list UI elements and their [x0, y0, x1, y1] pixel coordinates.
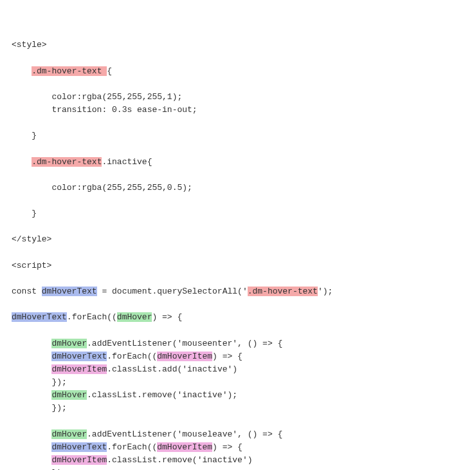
code-text: .classList.remove('inactive')	[107, 455, 252, 465]
code-text: = document.querySelectorAll('	[97, 287, 248, 296]
code-text: .addEventListener('mouseenter', () => {	[87, 339, 282, 348]
code-indent	[12, 157, 32, 167]
param-highlight: dmHover	[117, 312, 152, 322]
code-text: {	[107, 66, 112, 76]
inner-param-highlight: dmHoverItem	[157, 442, 212, 452]
code-indent	[12, 66, 32, 76]
code-text: .classList.add('inactive')	[107, 364, 237, 374]
code-text: .forEach((	[67, 312, 117, 322]
code-indent	[12, 455, 51, 465]
var-highlight: dmHoverText	[42, 287, 97, 296]
code-indent	[12, 390, 51, 400]
code-text: .inactive{	[102, 157, 152, 167]
code-indent	[12, 442, 51, 452]
code-indent	[12, 364, 51, 374]
code-text: ) => {	[212, 442, 243, 452]
code-line: <script>	[12, 261, 51, 270]
code-text: .classList.remove('inactive');	[87, 390, 237, 400]
code-text: ) => {	[212, 352, 243, 361]
code-indent	[12, 429, 51, 439]
inner-param-highlight: dmHoverItem	[51, 455, 107, 465]
code-indent	[12, 352, 51, 361]
code-indent	[12, 339, 51, 348]
param-highlight: dmHover	[51, 390, 87, 400]
code-text: .forEach((	[107, 352, 157, 361]
code-line: color:rgba(255,255,255,0.5);	[12, 183, 192, 193]
code-line: </style>	[12, 234, 51, 244]
var-highlight: dmHoverText	[12, 312, 67, 322]
param-highlight: dmHover	[51, 339, 87, 348]
code-line: });	[12, 377, 67, 387]
code-line: transition: 0.3s ease-in-out;	[12, 105, 197, 115]
var-highlight: dmHoverText	[51, 442, 107, 452]
var-highlight: dmHoverText	[51, 352, 107, 361]
param-highlight: dmHover	[51, 429, 87, 439]
code-text: .forEach((	[107, 442, 157, 452]
code-block: <style> .dm-hover-text { color:rgba(255,…	[12, 39, 464, 470]
inner-param-highlight: dmHoverItem	[51, 364, 107, 374]
code-line: }	[12, 131, 37, 140]
code-line: <style>	[12, 40, 47, 50]
css-selector-highlight: .dm-hover-text	[32, 66, 107, 76]
code-line: color:rgba(255,255,255,1);	[12, 92, 182, 102]
code-text: const	[12, 287, 42, 296]
code-text: ) => {	[152, 312, 182, 322]
inner-param-highlight: dmHoverItem	[157, 352, 212, 361]
css-selector-highlight: .dm-hover-text	[32, 157, 102, 167]
code-line: }	[12, 209, 37, 218]
code-text: ');	[318, 287, 333, 296]
css-selector-highlight: .dm-hover-text	[248, 287, 318, 296]
code-text: .addEventListener('mouseleave', () => {	[87, 429, 282, 439]
code-line: });	[12, 403, 67, 413]
